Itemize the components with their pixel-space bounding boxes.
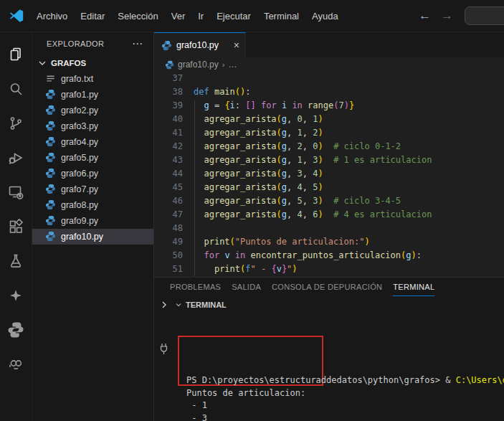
tab-grafo10[interactable]: grafo10.py × — [154, 32, 246, 57]
menu-bar: ArchivoEditarSelecciónVerIrEjecutarTermi… — [30, 8, 345, 24]
activitybar-explorer-button[interactable] — [0, 37, 32, 72]
code-line-47: 47 agregar_arista(g, 4, 6) # 4 es articu… — [154, 208, 504, 222]
code-line-43: 43 agregar_arista(g, 1, 3) # 1 es articu… — [154, 153, 504, 167]
chevron-down-icon — [37, 57, 48, 69]
file-item-grafo3-py[interactable]: grafo3.py — [32, 118, 153, 134]
menu-item-editar[interactable]: Editar — [74, 8, 111, 24]
code-editor[interactable]: 3738def main():39 g = {i: [] for i in ra… — [154, 72, 504, 277]
menu-item-selecci-n[interactable]: Selección — [111, 8, 164, 24]
python-file-icon — [45, 89, 57, 100]
panel-tab-terminal[interactable]: TERMINAL — [393, 278, 434, 296]
activitybar-extensions-button[interactable] — [0, 209, 32, 244]
files-icon — [7, 46, 24, 63]
close-icon[interactable]: × — [234, 39, 239, 51]
line-number: 46 — [154, 194, 183, 208]
panel-tab-problemas[interactable]: PROBLEMAS — [170, 278, 221, 296]
code-line-45: 45 agregar_arista(g, 4, 5) — [154, 181, 504, 194]
menu-item-ejecutar[interactable]: Ejecutar — [210, 8, 257, 24]
menu-item-archivo[interactable]: Archivo — [30, 8, 74, 24]
chevron-right-icon[interactable] — [161, 301, 168, 309]
terminal-line-4: - 3 — [186, 412, 504, 421]
code-text: print(f" - {v}") — [194, 262, 298, 276]
forward-arrow-icon[interactable]: → — [441, 9, 453, 23]
python-file-icon — [45, 184, 57, 195]
terminal-section-label: TERMINAL — [186, 301, 227, 309]
file-item-grafo7-py[interactable]: grafo7.py — [32, 181, 153, 197]
terminal[interactable]: PS D:\proyectos\estructuraddedatos\pytho… — [154, 313, 504, 421]
github-icon — [7, 356, 24, 373]
file-item-grafo4-py[interactable]: grafo4.py — [32, 134, 153, 150]
chevron-down-icon[interactable] — [174, 301, 183, 309]
menu-item-ayuda[interactable]: Ayuda — [305, 8, 345, 24]
file-label: grafo10.py — [61, 232, 103, 242]
search-icon — [7, 80, 24, 98]
tab-label: grafo10.py — [176, 40, 219, 50]
activitybar-github-button[interactable] — [0, 347, 32, 382]
code-line-40: 40 agregar_arista(g, 0, 1) — [154, 113, 504, 126]
breadcrumb-symbol[interactable]: … — [228, 60, 237, 70]
file-item-grafo1-py[interactable]: grafo1.py — [32, 87, 153, 103]
python-icon — [7, 321, 24, 339]
line-number: 42 — [154, 140, 183, 153]
terminal-line-2: Puntos de articulacion: — [186, 387, 504, 400]
file-item-grafo6-py[interactable]: grafo6.py — [32, 166, 153, 181]
file-item-grafo10-py[interactable]: grafo10.py — [32, 229, 153, 245]
file-label: grafo4.py — [61, 137, 98, 147]
code-line-38: 38def main(): — [154, 85, 504, 99]
vscode-logo-icon — [9, 8, 24, 24]
explorer-sidebar: EXPLORADOR ⋯ GRAFOS grafo.txtgrafo1.pygr… — [32, 32, 154, 421]
menu-item-terminal[interactable]: Terminal — [257, 8, 305, 24]
command-center-searchbox[interactable] — [465, 6, 504, 25]
menu-item-ir[interactable]: Ir — [191, 8, 210, 24]
more-actions-icon[interactable]: ⋯ — [132, 37, 143, 50]
code-line-42: 42 agregar_arista(g, 2, 0) # ciclo 0-1-2 — [154, 140, 504, 153]
breadcrumb-file[interactable]: grafo10.py — [178, 60, 219, 70]
line-number: 50 — [154, 249, 183, 262]
terminal-line-1: PS D:\proyectos\estructuraddedatos\pytho… — [186, 374, 504, 387]
file-item-grafo8-py[interactable]: grafo8.py — [32, 197, 153, 213]
activity-bar — [0, 32, 32, 421]
file-item-grafo-txt[interactable]: grafo.txt — [32, 71, 153, 87]
folder-grafos[interactable]: GRAFOS — [32, 55, 153, 71]
file-item-grafo2-py[interactable]: grafo2.py — [32, 103, 153, 118]
line-number: 48 — [154, 222, 183, 235]
back-arrow-icon[interactable]: ← — [419, 9, 431, 23]
sparkle-icon — [7, 287, 24, 304]
indent-guide — [194, 100, 195, 276]
file-label: grafo6.py — [61, 169, 98, 179]
activitybar-python-button[interactable] — [0, 313, 32, 347]
line-number: 51 — [154, 262, 183, 276]
file-item-grafo9-py[interactable]: grafo9.py — [32, 213, 153, 229]
code-text: agregar_arista(g, 1, 2) — [194, 126, 323, 140]
activitybar-remote-explorer-button[interactable] — [0, 175, 32, 209]
activitybar-testing-button[interactable] — [0, 244, 32, 278]
activitybar-source-control-button[interactable] — [0, 106, 32, 141]
python-file-icon — [45, 199, 57, 211]
code-line-41: 41 agregar_arista(g, 1, 2) — [154, 126, 504, 140]
activitybar-run-debug-button[interactable] — [0, 141, 32, 175]
activitybar-search-button[interactable] — [0, 72, 32, 106]
activitybar-copilot-button[interactable] — [0, 278, 32, 313]
panel-tab-bar: PROBLEMASSALIDACONSOLA DE DEPURACIÓNTERM… — [154, 278, 504, 296]
menu-item-ver[interactable]: Ver — [165, 8, 192, 24]
file-label: grafo7.py — [61, 184, 98, 194]
code-text: print("Puntos de articulacion:") — [194, 235, 370, 249]
line-number: 49 — [154, 235, 183, 249]
code-text: agregar_arista(g, 2, 0) # ciclo 0-1-2 — [194, 140, 401, 153]
panel-tab-salida[interactable]: SALIDA — [232, 278, 261, 296]
code-text: agregar_arista(g, 4, 6) # 4 es articulac… — [194, 208, 432, 222]
line-number: 41 — [154, 126, 183, 140]
code-line-39: 39 g = {i: [] for i in range(7)} — [154, 99, 504, 113]
title-bar: ArchivoEditarSelecciónVerIrEjecutarTermi… — [0, 0, 504, 32]
code-text: for v in encontrar_puntos_articulacion(g… — [194, 249, 422, 262]
python-file-icon — [45, 168, 57, 179]
file-item-grafo5-py[interactable]: grafo5.py — [32, 150, 153, 166]
code-text: g = {i: [] for i in range(7)} — [194, 99, 354, 113]
terminal-line-3: - 1 — [186, 399, 504, 412]
editor-tab-bar: grafo10.py × — [154, 32, 504, 57]
line-number: 43 — [154, 153, 183, 167]
panel-tab-consola-de-depuraci-n[interactable]: CONSOLA DE DEPURACIÓN — [272, 278, 382, 296]
python-file-icon — [161, 40, 172, 51]
extensions-icon — [7, 218, 24, 235]
file-label: grafo3.py — [61, 121, 98, 131]
